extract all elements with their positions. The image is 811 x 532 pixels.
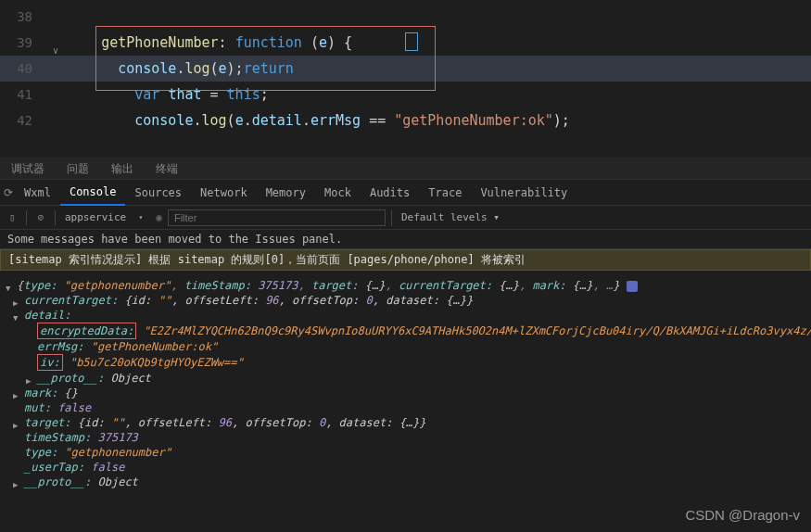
tab-vulnerability[interactable]: Vulnerability xyxy=(471,181,577,205)
tab-trace[interactable]: Trace xyxy=(419,181,471,205)
tab-wxml[interactable]: Wxml xyxy=(15,181,60,205)
tab-terminal[interactable]: 终端 xyxy=(145,158,189,179)
info-badge-icon xyxy=(627,281,638,292)
expand-caret-icon[interactable]: ▶ xyxy=(13,477,18,492)
context-selector[interactable]: appservice ▾ xyxy=(57,211,150,223)
code-line: 41 var that = this; xyxy=(0,82,811,108)
code-text: var that = this; xyxy=(68,82,811,108)
log-levels-selector[interactable]: Default levels ▾ xyxy=(391,209,509,226)
devtools-tabs: ⟳ Wxml Console Sources Network Memory Mo… xyxy=(0,180,811,206)
code-line: 42 console.log(e.detail.errMsg == "getPh… xyxy=(0,108,811,133)
code-text: getPhoneNumber: function (e) { xyxy=(68,30,811,56)
tab-sources[interactable]: Sources xyxy=(125,181,191,205)
code-line: ∨39 getPhoneNumber: function (e) { xyxy=(0,30,811,56)
tab-output[interactable]: 输出 xyxy=(100,158,145,179)
iv-value: "b5u7c20oKQb9tgHYOyEZWw==" xyxy=(70,356,244,369)
live-expression-icon[interactable]: ◉ xyxy=(150,211,168,223)
detail-label: detail: xyxy=(24,309,71,322)
code-line: 40 console.log(e);return xyxy=(0,56,811,82)
clear-console-icon[interactable]: ⊘ xyxy=(29,211,53,223)
highlight-iv: iv: xyxy=(37,354,63,371)
inspect-icon[interactable]: ⟳ xyxy=(0,181,15,205)
sitemap-warning: [sitemap 索引情况提示] 根据 sitemap 的规则[0]，当前页面 … xyxy=(0,249,811,271)
sidebar-toggle-icon[interactable]: ▯ xyxy=(0,211,24,223)
watermark: CSDN @Dragon-v xyxy=(685,507,800,523)
issues-message: Some messages have been moved to the Iss… xyxy=(0,230,811,249)
console-toolbar: ▯ ⊘ appservice ▾ ◉ Default levels ▾ xyxy=(0,206,811,230)
tab-mock[interactable]: Mock xyxy=(315,181,361,205)
tab-console[interactable]: Console xyxy=(60,180,126,206)
tab-memory[interactable]: Memory xyxy=(257,181,315,205)
highlight-encrypted: encryptedData: xyxy=(37,323,136,339)
tab-network[interactable]: Network xyxy=(191,181,257,205)
code-editor[interactable]: 38 ∨39 getPhoneNumber: function (e) { 40… xyxy=(0,0,811,158)
filter-input[interactable] xyxy=(168,209,386,226)
panel-tabs: 调试器 问题 输出 终端 xyxy=(0,158,811,180)
tab-problems[interactable]: 问题 xyxy=(56,158,100,179)
code-line: 38 xyxy=(0,4,811,30)
tab-audits[interactable]: Audits xyxy=(361,181,419,205)
encrypted-data-value: "E2Zr4MlZYQCHn62BnQ9c9Ry4SWvpnIo8uURYY6x… xyxy=(143,324,811,337)
code-text: console.log(e.detail.errMsg == "getPhone… xyxy=(68,108,811,133)
tab-debugger[interactable]: 调试器 xyxy=(0,158,56,179)
console-output[interactable]: ▼{type: "getphonenumber", timeStamp: 375… xyxy=(0,274,811,493)
code-text: console.log(e);return xyxy=(68,56,811,82)
